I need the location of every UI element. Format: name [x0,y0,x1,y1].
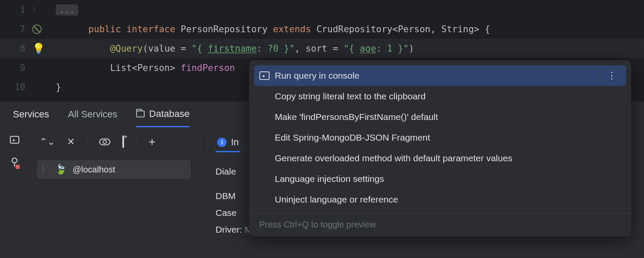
services-left-rail: ⚲ [0,127,29,258]
console-tool-icon[interactable] [10,136,19,144]
services-tree-column: ⌃⌄ ✕ + 〉 🍃 @localhost [29,127,205,258]
tab-database[interactable]: Database [136,101,189,127]
tab-database-label: Database [149,108,189,120]
popup-separator [601,70,601,81]
popup-item-copy-literal[interactable]: Copy string literal text to the clipboar… [249,86,631,107]
popup-item-label: Run query in console [275,71,359,81]
services-toolbar: ⌃⌄ ✕ + [29,132,205,151]
popup-item-uninject[interactable]: Uninject language or reference [249,189,631,210]
chevron-right-icon[interactable]: 〉 [41,164,49,175]
services-title: Services [13,101,49,127]
popup-footer-hint: Press Ctrl+Q to toggle preview [249,213,631,231]
line-number: 10 [0,82,32,92]
popup-item-run-query[interactable]: Run query in console ⋮ [254,65,626,86]
popup-item-make-default[interactable]: Make 'findPersonsByFirstName()' default [249,107,631,127]
line-number: 9 [0,63,32,73]
info-icon: i [217,138,227,147]
popup-item-injection-settings[interactable]: Language injection settings [249,169,631,189]
expand-collapse-icon[interactable]: ⌃⌄ [39,136,55,147]
no-entry-icon[interactable] [32,25,42,34]
popup-item-edit-fragment[interactable]: Edit Spring-MongoDB-JSON Fragment [249,127,631,148]
detail-tab-label: In [231,137,239,148]
popup-item-label: Generate overloaded method with default … [275,153,512,163]
popup-item-label: Edit Spring-MongoDB-JSON Fragment [275,132,430,143]
popup-item-label: Language injection settings [275,174,384,184]
popup-item-generate-overload[interactable]: Generate overloaded method with default … [249,148,631,169]
popup-item-label: Copy string literal text to the clipboar… [275,91,425,101]
run-in-console-icon [259,71,270,80]
return-type: List<Person> [110,63,175,73]
add-icon[interactable]: + [149,135,155,149]
line-number: 7 [0,24,32,34]
folder-icon [136,111,145,117]
intention-actions-popup: Run query in console ⋮ Copy string liter… [249,60,631,236]
mongodb-leaf-icon: 🍃 [55,164,67,175]
popup-item-label: Make 'findPersonsByFirstName()' default [275,112,438,122]
method-name: findPerson [181,63,235,73]
toolbar-separator [87,136,87,147]
fold-chevron-icon[interactable]: 〉 [32,5,40,15]
close-icon[interactable]: ✕ [67,136,75,147]
new-session-icon[interactable] [122,136,124,147]
detail-info-tab[interactable]: i In [216,133,240,152]
line-number: 1 [0,5,32,15]
datasource-tool-icon[interactable]: ⚲ [11,156,18,168]
line-number: 8 [0,43,32,54]
intention-bulb-icon[interactable]: 💡 [32,43,45,55]
datasource-tree-item[interactable]: 〉 🍃 @localhost [37,160,191,179]
toolbar-separator [136,136,137,147]
tab-all-services[interactable]: All Services [68,101,117,127]
popup-item-label: Uninject language or reference [275,194,398,205]
datasource-label: @localhost [73,165,115,175]
more-options-icon[interactable]: ⋮ [607,70,616,81]
view-mode-icon[interactable] [99,138,110,145]
